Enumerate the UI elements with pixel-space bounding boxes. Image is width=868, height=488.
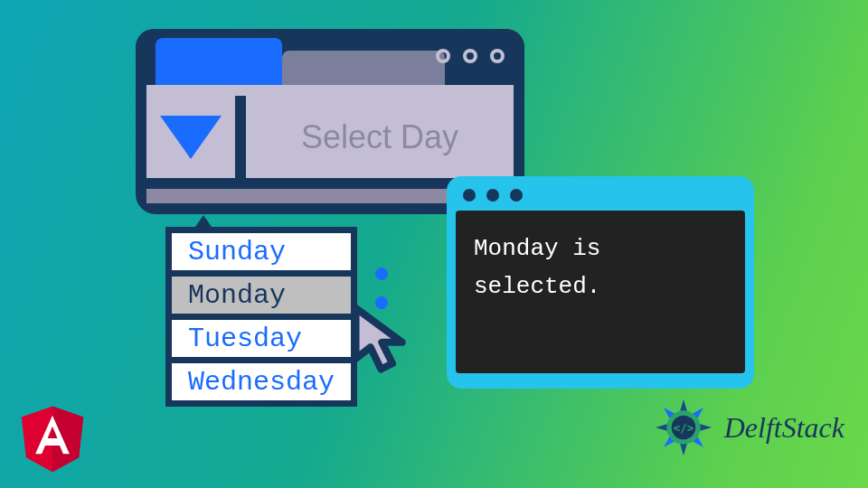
dropdown-toggle-button[interactable] [146, 96, 246, 179]
select-placeholder[interactable]: Select Day [246, 96, 514, 179]
chevron-down-icon [160, 116, 222, 159]
dropdown-option-wednesday[interactable]: Wednesday [165, 357, 357, 407]
inactive-tab[interactable] [282, 51, 445, 85]
dropdown-option-tuesday[interactable]: Tuesday [165, 314, 357, 363]
delftstack-icon: </> [648, 392, 719, 463]
window-control-dot[interactable] [490, 49, 505, 63]
window-control-dot[interactable] [463, 49, 477, 63]
dropdown-option-monday[interactable]: Monday [165, 270, 357, 320]
svg-text:</>: </> [673, 421, 693, 435]
angular-logo-icon [16, 398, 89, 475]
terminal-control-dot[interactable] [463, 189, 476, 202]
select-row: Select Day [146, 96, 514, 179]
window-controls [436, 49, 505, 63]
terminal-control-dot[interactable] [510, 189, 523, 202]
active-tab[interactable] [156, 38, 282, 85]
terminal-control-dot[interactable] [486, 189, 499, 202]
dropdown-list: Sunday Monday Tuesday Wednesday [165, 215, 357, 407]
dropdown-option-sunday[interactable]: Sunday [165, 227, 357, 277]
delftstack-label: DelftStack [724, 411, 844, 445]
window-control-dot[interactable] [436, 49, 450, 63]
cursor-icon [344, 300, 425, 381]
titlebar [136, 29, 524, 85]
terminal-controls [456, 185, 745, 211]
delftstack-logo: </> DelftStack [648, 392, 844, 463]
terminal-output: Monday is selected. [456, 211, 745, 373]
terminal-window: Monday is selected. [447, 176, 754, 389]
